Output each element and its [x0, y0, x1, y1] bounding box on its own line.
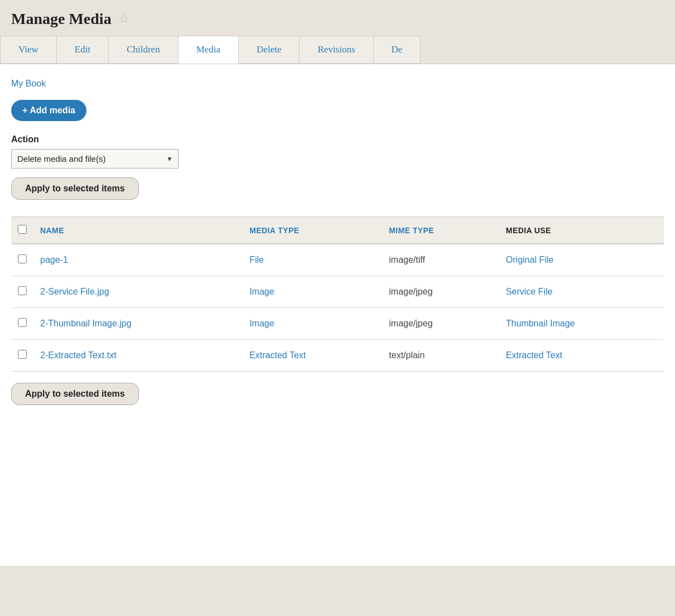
tabs-bar: View Edit Children Media Delete Revision… [0, 36, 675, 64]
table-row: 2-Service File.jpg Image image/jpeg Serv… [11, 276, 664, 308]
row2-media-type: Image [243, 276, 382, 308]
row3-mime-type: image/jpeg [382, 308, 499, 340]
action-select-wrap: Delete media and file(s) ▼ [11, 149, 664, 169]
tab-media[interactable]: Media [178, 36, 238, 64]
row2-media-use: Service File [499, 276, 664, 308]
table-row: page-1 File image/tiff Original File [11, 244, 664, 276]
row4-checkbox-cell [11, 340, 33, 372]
row2-checkbox[interactable] [18, 286, 27, 295]
breadcrumb-link[interactable]: My Book [11, 79, 46, 89]
row2-mime-type: image/jpeg [382, 276, 499, 308]
row1-checkbox-cell [11, 244, 33, 276]
add-media-button[interactable]: + Add media [11, 100, 86, 121]
tab-view[interactable]: View [0, 36, 56, 64]
table-row: 2-Thumbnail Image.jpg Image image/jpeg T… [11, 308, 664, 340]
action-select[interactable]: Delete media and file(s) [11, 149, 179, 169]
action-select-wrapper: Delete media and file(s) ▼ [11, 149, 179, 169]
tab-revisions[interactable]: Revisions [299, 36, 373, 64]
row4-mime-type: text/plain [382, 340, 499, 372]
row1-checkbox[interactable] [18, 254, 27, 263]
header-media-type: MEDIA TYPE [243, 217, 382, 244]
content-area: My Book + Add media Action Delete media … [0, 64, 675, 566]
tab-de[interactable]: De [373, 36, 421, 64]
page-header: Manage Media ☆ [0, 0, 675, 36]
row3-checkbox-cell [11, 308, 33, 340]
apply-bottom-button[interactable]: Apply to selected items [11, 383, 139, 405]
row3-checkbox[interactable] [18, 318, 27, 327]
row4-name-cell: 2-Extracted Text.txt [33, 340, 243, 372]
header-checkbox-col [11, 217, 33, 244]
table-row: 2-Extracted Text.txt Extracted Text text… [11, 340, 664, 372]
row1-name-cell: page-1 [33, 244, 243, 276]
row1-name-link[interactable]: page-1 [40, 255, 68, 264]
page-title: Manage Media [11, 10, 112, 28]
tab-delete[interactable]: Delete [238, 36, 299, 64]
media-table: NAME MEDIA TYPE MIME TYPE MEDIA USE page… [11, 216, 664, 372]
row3-name-link[interactable]: 2-Thumbnail Image.jpg [40, 319, 132, 328]
row3-media-use: Thumbnail Image [499, 308, 664, 340]
action-label: Action [11, 134, 664, 145]
row4-checkbox[interactable] [18, 350, 27, 359]
header-mime-type: MIME TYPE [382, 217, 499, 244]
apply-top-button[interactable]: Apply to selected items [11, 177, 139, 200]
row4-name-link[interactable]: 2-Extracted Text.txt [40, 350, 117, 360]
select-all-checkbox[interactable] [18, 225, 27, 234]
row3-media-type: Image [243, 308, 382, 340]
row2-name-link[interactable]: 2-Service File.jpg [40, 287, 109, 296]
row1-media-use: Original File [499, 244, 664, 276]
tab-edit[interactable]: Edit [56, 36, 108, 64]
tab-children[interactable]: Children [108, 36, 178, 64]
row3-name-cell: 2-Thumbnail Image.jpg [33, 308, 243, 340]
header-name: NAME [33, 217, 243, 244]
row2-checkbox-cell [11, 276, 33, 308]
table-header-row: NAME MEDIA TYPE MIME TYPE MEDIA USE [11, 217, 664, 244]
row1-mime-type: image/tiff [382, 244, 499, 276]
header-media-use: MEDIA USE [499, 217, 664, 244]
row1-media-type: File [243, 244, 382, 276]
row4-media-use: Extracted Text [499, 340, 664, 372]
star-icon[interactable]: ☆ [118, 12, 129, 26]
row2-name-cell: 2-Service File.jpg [33, 276, 243, 308]
row4-media-type: Extracted Text [243, 340, 382, 372]
